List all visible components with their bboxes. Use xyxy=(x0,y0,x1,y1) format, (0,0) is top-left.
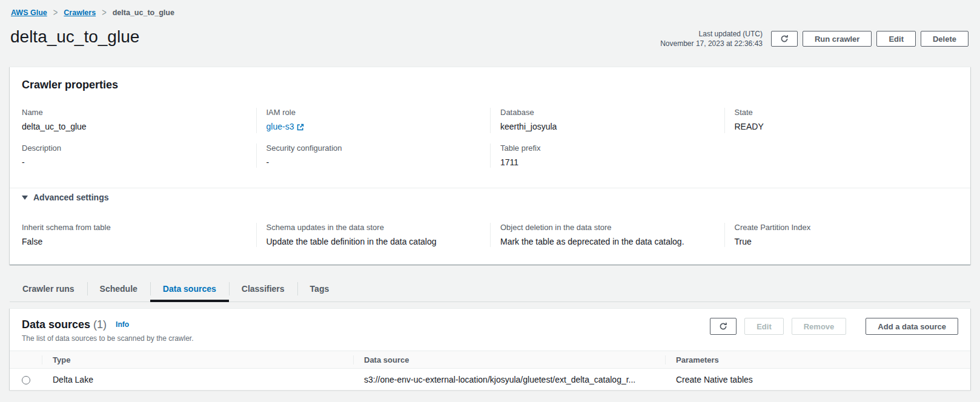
breadcrumb-separator-icon: > xyxy=(53,7,58,18)
field-inherit-schema-label: Inherit schema from table xyxy=(22,223,247,232)
divider xyxy=(10,188,970,188)
field-object-deletion: Object deletion in the data store Mark t… xyxy=(490,223,724,247)
field-database-label: Database xyxy=(500,108,715,117)
data-sources-header: Data sources (1) Info The list of data s… xyxy=(10,309,970,343)
data-sources-panel: Data sources (1) Info The list of data s… xyxy=(10,308,970,390)
advanced-settings-expander[interactable]: Advanced settings xyxy=(22,193,958,202)
row-radio-button[interactable] xyxy=(22,376,30,384)
page-title: delta_uc_to_glue xyxy=(10,27,139,47)
table-header-row: Type Data source Parameters xyxy=(10,351,970,369)
refresh-icon xyxy=(780,35,789,43)
breadcrumb-current: delta_uc_to_glue xyxy=(113,8,174,17)
row-parameters-cell: Create Native tables xyxy=(665,369,970,390)
field-security-configuration: Security configuration - xyxy=(256,143,491,168)
properties-grid-row2: Description - Security configuration - T… xyxy=(22,143,958,168)
breadcrumb-aws-glue[interactable]: AWS Glue xyxy=(11,8,47,17)
field-object-deletion-label: Object deletion in the data store xyxy=(500,223,715,232)
tab-classifiers[interactable]: Classifiers xyxy=(229,275,297,302)
field-empty xyxy=(724,143,959,168)
refresh-button[interactable] xyxy=(771,31,798,47)
column-header-data-source: Data source xyxy=(353,351,665,369)
last-updated-value: November 17, 2023 at 22:36:43 xyxy=(660,39,763,48)
data-sources-refresh-button[interactable] xyxy=(710,318,737,335)
field-description: Description - xyxy=(22,143,256,168)
refresh-icon xyxy=(719,322,727,331)
field-description-value: - xyxy=(22,157,247,168)
data-sources-table: Type Data source Parameters Delta Lake s… xyxy=(10,351,970,390)
tab-tags[interactable]: Tags xyxy=(297,275,342,302)
row-source-cell: s3://one-env-uc-external-location/kjosyu… xyxy=(353,369,665,390)
field-security-configuration-value: - xyxy=(267,157,481,168)
field-partition-index: Create Partition Index True xyxy=(724,223,959,247)
field-database-value: keerthi_josyula xyxy=(500,121,715,132)
field-partition-index-value: True xyxy=(735,236,949,247)
last-updated-label: Last updated (UTC) xyxy=(660,29,763,39)
breadcrumb-separator-icon: > xyxy=(102,7,107,18)
column-header-type: Type xyxy=(42,351,353,369)
header-actions: Last updated (UTC) November 17, 2023 at … xyxy=(660,28,968,50)
selection-column-header xyxy=(10,351,42,369)
data-sources-description: The list of data sources to be scanned b… xyxy=(22,334,194,343)
tab-bar: Crawler runs Schedule Data sources Class… xyxy=(10,275,970,302)
data-sources-edit-button[interactable]: Edit xyxy=(744,318,784,335)
last-updated: Last updated (UTC) November 17, 2023 at … xyxy=(660,29,763,48)
advanced-settings-label: Advanced settings xyxy=(33,193,108,202)
delete-button[interactable]: Delete xyxy=(921,31,968,47)
field-state-value: READY xyxy=(735,121,949,132)
advanced-settings-grid: Inherit schema from table False Schema u… xyxy=(22,223,958,247)
data-sources-actions: Edit Remove Add a data source xyxy=(710,318,958,335)
field-state: State READY xyxy=(724,108,959,133)
field-table-prefix: Table prefix 1711 xyxy=(490,143,724,168)
breadcrumb: AWS Glue > Crawlers > delta_uc_to_glue xyxy=(11,8,174,17)
tab-data-sources[interactable]: Data sources xyxy=(150,275,229,302)
field-name-value: delta_uc_to_glue xyxy=(22,121,247,132)
crawler-properties-panel: Crawler properties Name delta_uc_to_glue… xyxy=(10,67,970,265)
tab-crawler-runs[interactable]: Crawler runs xyxy=(10,275,87,302)
field-schema-updates-value: Update the table definition in the data … xyxy=(267,236,481,247)
field-security-configuration-label: Security configuration xyxy=(267,143,481,153)
field-state-label: State xyxy=(735,108,949,117)
field-table-prefix-value: 1711 xyxy=(500,157,715,168)
field-name-label: Name xyxy=(22,108,247,117)
add-data-source-button[interactable]: Add a data source xyxy=(866,318,958,335)
field-object-deletion-value: Mark the table as deprecated in the data… xyxy=(500,236,715,247)
field-schema-updates: Schema updates in the data store Update … xyxy=(256,223,491,247)
field-inherit-schema: Inherit schema from table False xyxy=(22,223,256,247)
breadcrumb-crawlers[interactable]: Crawlers xyxy=(64,8,96,17)
column-header-parameters: Parameters xyxy=(665,351,970,369)
edit-button[interactable]: Edit xyxy=(876,31,916,47)
info-link[interactable]: Info xyxy=(116,320,129,329)
external-link-icon xyxy=(297,122,304,133)
field-database: Database keerthi_josyula xyxy=(490,108,724,133)
field-inherit-schema-value: False xyxy=(22,236,247,247)
field-name: Name delta_uc_to_glue xyxy=(22,108,256,133)
field-table-prefix-label: Table prefix xyxy=(500,143,715,153)
field-description-label: Description xyxy=(22,143,247,153)
field-partition-index-label: Create Partition Index xyxy=(735,223,949,232)
data-sources-title: Data sources (1) Info xyxy=(22,317,194,332)
properties-grid-row1: Name delta_uc_to_glue IAM role glue-s3 D… xyxy=(22,108,958,133)
row-select-cell xyxy=(10,369,42,390)
field-schema-updates-label: Schema updates in the data store xyxy=(267,223,481,232)
tab-schedule[interactable]: Schedule xyxy=(87,275,150,302)
crawler-properties-heading: Crawler properties xyxy=(22,67,958,92)
data-sources-remove-button[interactable]: Remove xyxy=(792,318,847,335)
field-iam-role: IAM role glue-s3 xyxy=(256,108,491,133)
caret-down-icon xyxy=(22,196,28,200)
data-sources-heading: Data sources xyxy=(22,318,90,331)
data-sources-count: (1) xyxy=(93,318,107,331)
row-type-cell: Delta Lake xyxy=(42,369,353,390)
iam-role-link[interactable]: glue-s3 xyxy=(267,122,294,131)
field-iam-role-label: IAM role xyxy=(267,108,481,117)
run-crawler-button[interactable]: Run crawler xyxy=(803,31,872,47)
table-row: Delta Lake s3://one-env-uc-external-loca… xyxy=(10,369,970,390)
